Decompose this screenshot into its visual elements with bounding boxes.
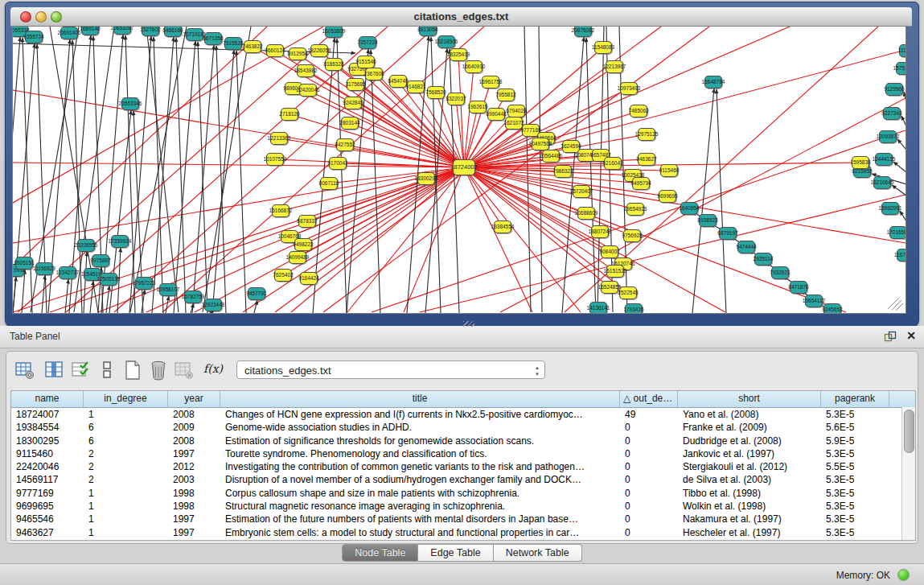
canvas-resize-grip[interactable] [888, 298, 903, 311]
table-cell[interactable]: Investigating the contribution of common… [220, 460, 620, 473]
table-cell[interactable]: 6 [84, 421, 168, 434]
table-row[interactable]: 1830029562008Estimation of significance … [11, 435, 915, 447]
table-cell[interactable]: 19384554 [11, 421, 84, 434]
select-rows-icon[interactable] [71, 360, 92, 381]
column-header-short[interactable]: short [678, 391, 821, 407]
table-cell[interactable]: Genome-wide association studies in ADHD. [220, 421, 620, 434]
table-cell[interactable]: 0 [620, 460, 678, 473]
table-cell[interactable]: 2008 [168, 408, 220, 421]
table-row[interactable]: 969969511998Structural magnetic resonanc… [11, 500, 915, 513]
table-cell[interactable]: Jankovic et al. (1997) [678, 447, 821, 460]
tab-node-table[interactable]: Node Table [342, 544, 418, 562]
table-cell[interactable]: 18724007 [11, 408, 84, 421]
table-cell[interactable]: Stergiakouli et al. (2012) [678, 460, 821, 473]
table-cell[interactable]: 5.3E-5 [821, 408, 889, 421]
table-cell[interactable]: Changes of HCN gene expression and I(f) … [220, 408, 620, 421]
column-header-name[interactable]: name [11, 391, 84, 407]
table-cell[interactable]: 22420046 [11, 460, 84, 473]
table-cell[interactable]: 1998 [168, 487, 220, 500]
table-cell[interactable]: 0 [620, 526, 678, 539]
table-cell[interactable]: 0 [620, 513, 678, 525]
tab-network-table[interactable]: Network Table [494, 544, 582, 562]
table-cell[interactable]: 0 [620, 421, 678, 434]
table-cell[interactable]: 9699695 [11, 500, 84, 513]
table-cell[interactable]: Dudbridge et al. (2008) [678, 435, 821, 447]
table-cell[interactable]: Yano et al. (2008) [678, 408, 821, 421]
table-cell[interactable]: 5.3E-5 [821, 487, 889, 500]
table-cell[interactable]: 2 [84, 460, 168, 473]
table-cell[interactable]: 0 [620, 435, 678, 447]
panel-divider-grip[interactable] [463, 321, 474, 327]
table-cell[interactable]: 2008 [168, 435, 220, 447]
table-cell[interactable]: 1 [84, 408, 168, 421]
table-cell[interactable]: 49 [620, 408, 678, 421]
table-cell[interactable]: 5.5E-5 [821, 460, 889, 473]
table-settings-icon[interactable] [14, 360, 35, 381]
table-cell[interactable]: Tourette syndrome. Phenomenology and cla… [220, 447, 620, 460]
network-canvas[interactable]: 2055334935572420691406168914010653287152… [12, 26, 906, 314]
table-row[interactable]: 2242004622012Investigating the contribut… [11, 460, 915, 473]
table-cell[interactable]: 5.3E-5 [821, 473, 889, 486]
table-cell[interactable]: 0 [620, 500, 678, 513]
table-cell[interactable]: 9777169 [11, 487, 84, 500]
column-header-in_degree[interactable]: in_degree [84, 391, 168, 407]
function-builder-icon[interactable]: f(x) [203, 362, 223, 375]
table-row[interactable]: 1938455462009Genome-wide association stu… [11, 421, 915, 434]
table-row[interactable]: 946362711997Embryonic stem cells: a mode… [11, 526, 915, 539]
table-cell[interactable]: 2012 [168, 460, 220, 473]
table-cell[interactable]: 1997 [168, 526, 220, 539]
table-cell[interactable]: 5.3E-5 [821, 447, 889, 460]
column-header-pagerank[interactable]: pagerank [821, 391, 889, 407]
table-row[interactable]: 1456911722003Disruption of a novel membe… [11, 473, 915, 486]
table-row[interactable]: 911546021997Tourette syndrome. Phenomeno… [11, 447, 915, 460]
column-header-title[interactable]: title [220, 391, 620, 407]
table-cell[interactable]: Estimation of significance thresholds fo… [220, 435, 620, 447]
window-titlebar[interactable]: citations_edges.txt [10, 7, 912, 27]
table-cell[interactable]: 1 [84, 513, 168, 525]
table-cell[interactable]: Tibbo et al. (1998) [678, 487, 821, 500]
table-cell[interactable]: Franke et al. (2009) [678, 421, 821, 434]
table-cell[interactable]: 9115460 [11, 447, 84, 460]
table-cell[interactable]: 1997 [168, 447, 220, 460]
table-cell[interactable]: 5.3E-5 [821, 513, 889, 525]
table-cell[interactable]: 5.6E-5 [821, 421, 889, 434]
table-cell[interactable]: Corpus callosum shape and size in male p… [220, 487, 620, 500]
table-cell[interactable]: 9465546 [11, 513, 84, 525]
toggle-columns-icon[interactable] [97, 360, 117, 381]
new-table-icon[interactable] [122, 360, 143, 381]
float-panel-icon[interactable] [884, 331, 897, 342]
column-header-year[interactable]: year [168, 391, 220, 407]
table-cell[interactable]: Nakamura et al. (1997) [678, 513, 821, 525]
table-chooser-select[interactable]: citations_edges.txt ▲▼ [236, 360, 545, 379]
table-cell[interactable]: 2003 [168, 473, 220, 486]
table-cell[interactable]: Wolkin et al. (1998) [678, 500, 821, 513]
table-cell[interactable]: Embryonic stem cells: a model to study s… [220, 526, 620, 539]
tab-edge-table[interactable]: Edge Table [418, 544, 493, 562]
table-cell[interactable]: 0 [620, 473, 678, 486]
table-cell[interactable]: Disruption of a novel member of a sodium… [220, 473, 620, 486]
table-cell[interactable]: Estimation of the future numbers of pati… [220, 513, 620, 525]
import-table-icon[interactable] [174, 360, 195, 381]
table-cell[interactable]: 1998 [168, 500, 220, 513]
table-row[interactable]: 946554611997Estimation of the future num… [11, 513, 915, 525]
table-cell[interactable]: de Silva et al. (2003) [678, 473, 821, 486]
table-row[interactable]: 1872400712008Changes of HCN gene express… [11, 408, 915, 421]
close-panel-icon[interactable]: ✕ [906, 329, 916, 342]
table-cell[interactable]: 2009 [168, 421, 220, 434]
table-cell[interactable]: 0 [620, 447, 678, 460]
table-cell[interactable]: 2 [84, 473, 168, 486]
table-cell[interactable]: 5.3E-5 [821, 500, 889, 513]
table-cell[interactable]: 2 [84, 447, 168, 460]
table-cell[interactable]: 6 [84, 435, 168, 447]
table-row[interactable]: 977716911998Corpus callosum shape and si… [11, 487, 915, 500]
table-cell[interactable]: 5.3E-5 [821, 526, 889, 539]
table-cell[interactable]: 1 [84, 500, 168, 513]
table-cell[interactable]: 1 [84, 526, 168, 539]
table-cell[interactable]: 1 [84, 487, 168, 500]
table-cell[interactable]: Structural magnetic resonance image aver… [220, 500, 620, 513]
table-cell[interactable]: Hescheler et al. (1997) [678, 526, 821, 539]
delete-table-icon[interactable] [148, 360, 169, 381]
table-cell[interactable]: 0 [620, 487, 678, 500]
table-cell[interactable]: 18300295 [11, 435, 84, 447]
scrollbar-thumb[interactable] [904, 410, 914, 453]
